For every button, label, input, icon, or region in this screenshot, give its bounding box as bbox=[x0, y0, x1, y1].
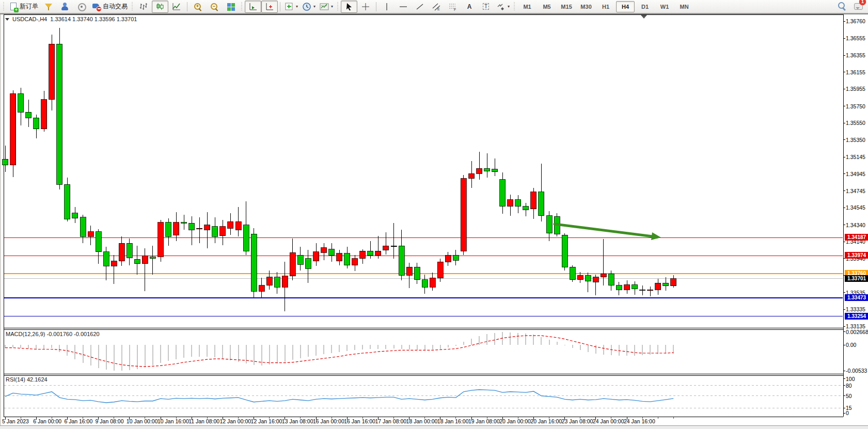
price-tick-label: 1.36760 bbox=[846, 18, 865, 24]
date-label: 13 Jan 08:00 bbox=[282, 418, 313, 424]
ohlc-readout: 1.33614 1.33740 1.33596 1.33701 bbox=[50, 16, 137, 22]
level-price-tag: 1.33701 bbox=[845, 275, 868, 282]
price-tick-label: 1.35550 bbox=[846, 120, 865, 126]
level-price-tag: 1.33473 bbox=[845, 294, 868, 301]
date-label: 11 Jan 08:00 bbox=[188, 418, 219, 424]
date-label: 10 Jan 16:00 bbox=[157, 418, 189, 424]
date-label: 24 Jan 00:00 bbox=[593, 418, 624, 424]
macd-indicator-label: MACD(12,26,9) -0.001760 -0.001620 bbox=[6, 331, 100, 337]
terminal-window: + 新订单 自动交易 + − bbox=[0, 0, 868, 429]
date-label: 10 Jan 00:00 bbox=[127, 418, 158, 424]
price-tick-label: 1.35750 bbox=[846, 103, 865, 109]
date-label: 20 Jan 16:00 bbox=[530, 418, 562, 424]
date-label: 18 Jan 16:00 bbox=[437, 418, 469, 424]
macd-tick-label: -0.00533 bbox=[846, 368, 867, 374]
macd-tick-label: 0.00 bbox=[846, 342, 856, 348]
date-label: 5 Jan 2023 bbox=[2, 418, 29, 424]
date-label: 20 Jan 00:00 bbox=[499, 418, 531, 424]
date-label: 24 Jan 16:00 bbox=[624, 418, 655, 424]
rsi-tick-label: 100 bbox=[846, 376, 855, 382]
date-label: 17 Jan 08:00 bbox=[375, 418, 406, 424]
date-label: 6 Jan 00:00 bbox=[33, 418, 61, 424]
price-tick-label: 1.33335 bbox=[846, 306, 865, 312]
date-label: 6 Jan 16:00 bbox=[64, 418, 92, 424]
symbol-dropdown-icon[interactable] bbox=[5, 18, 9, 21]
date-label: 9 Jan 08:00 bbox=[96, 418, 124, 424]
date-label: 16 Jan 00:00 bbox=[313, 418, 344, 424]
macd-tick-label: 0.002668 bbox=[846, 329, 868, 335]
rsi-tick-label: 80 bbox=[846, 383, 852, 389]
price-tick-label: 1.35350 bbox=[846, 137, 865, 143]
rsi-tick-label: 50 bbox=[846, 393, 852, 399]
price-tick-label: 1.34745 bbox=[846, 188, 865, 194]
level-price-tag: 1.33974 bbox=[845, 252, 868, 259]
date-label: 18 Jan 00:00 bbox=[406, 418, 438, 424]
level-price-tag: 1.34187 bbox=[845, 234, 868, 241]
date-label: 16 Jan 16:00 bbox=[344, 418, 375, 424]
rsi-tick-label: 0 bbox=[846, 410, 849, 416]
chart-header: USDCAD-,H4 1.33614 1.33740 1.33596 1.337… bbox=[5, 16, 137, 22]
price-tick-label: 1.36155 bbox=[846, 69, 865, 75]
price-tick-label: 1.36555 bbox=[846, 35, 865, 41]
price-tick-label: 1.34340 bbox=[846, 222, 865, 228]
rsi-indicator-label: RSI(14) 42.1624 bbox=[6, 376, 48, 383]
status-strip bbox=[0, 425, 868, 429]
price-tick-label: 1.35145 bbox=[846, 154, 865, 160]
level-price-tag: 1.33254 bbox=[845, 313, 868, 320]
symbol-label: USDCAD-,H4 bbox=[12, 16, 47, 22]
date-label: 12 Jan 16:00 bbox=[251, 418, 282, 424]
date-label: 23 Jan 08:00 bbox=[562, 418, 593, 424]
price-tick-label: 1.35955 bbox=[846, 86, 865, 92]
price-tick-label: 1.34945 bbox=[846, 171, 865, 177]
price-tick-label: 1.34545 bbox=[846, 204, 865, 211]
date-label: 12 Jan 00:00 bbox=[219, 418, 251, 424]
price-tick-label: 1.36355 bbox=[846, 52, 865, 58]
chart-plot-area[interactable] bbox=[0, 0, 868, 429]
date-label: 19 Jan 08:00 bbox=[468, 418, 500, 424]
